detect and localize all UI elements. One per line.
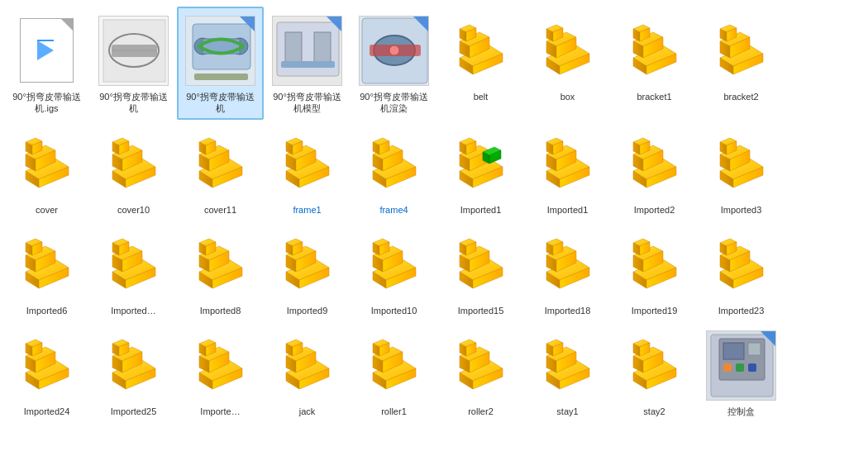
list-item[interactable]: Imported8 — [177, 221, 264, 321]
svg-rect-18 — [281, 61, 335, 68]
list-item[interactable]: Imported… — [90, 221, 177, 321]
list-item[interactable]: cover11 — [177, 120, 264, 221]
file-label: 90°拐弯皮带输送 机.igs — [12, 91, 81, 115]
file-label: Imported19 — [632, 305, 678, 316]
svg-rect-16 — [285, 32, 302, 65]
file-thumbnail — [184, 227, 258, 302]
file-thumbnail — [270, 328, 345, 402]
list-item[interactable]: Imported10 — [351, 221, 437, 321]
svg-marker-308 — [761, 331, 775, 346]
list-item[interactable]: bracket2 — [698, 7, 785, 120]
list-item[interactable]: Imported23 — [698, 221, 785, 321]
list-item[interactable]: Imported19 — [611, 221, 698, 321]
list-item[interactable]: 控制盒 — [698, 321, 785, 422]
file-thumbnail — [618, 13, 692, 88]
list-item[interactable]: roller2 — [437, 321, 524, 422]
list-item[interactable]: belt — [437, 7, 524, 120]
file-thumbnail — [704, 227, 779, 302]
svg-rect-12 — [194, 74, 248, 80]
list-item[interactable]: 90°拐弯皮带输送 机 — [90, 7, 177, 120]
file-thumbnail — [270, 227, 345, 302]
file-label: Imported1 — [460, 204, 502, 216]
file-label: Imported8 — [200, 305, 241, 316]
file-label: Imported24 — [24, 406, 70, 417]
list-item[interactable]: jack — [264, 321, 351, 422]
list-item[interactable]: cover10 — [90, 120, 177, 221]
svg-marker-19 — [327, 17, 341, 31]
svg-marker-13 — [240, 17, 255, 31]
file-label: Imported… — [111, 305, 155, 316]
list-item[interactable]: Imported6 — [3, 221, 90, 321]
list-item[interactable]: 90°拐弯皮带输送 机 — [177, 7, 264, 120]
file-label: Imported6 — [26, 305, 68, 316]
file-thumbnail — [357, 227, 432, 302]
list-item[interactable]: Imported3 — [698, 120, 785, 221]
file-label: Imported9 — [287, 305, 328, 316]
file-thumbnail — [357, 126, 432, 201]
file-label: Imported10 — [371, 305, 417, 316]
file-label: roller1 — [381, 406, 407, 417]
file-thumbnail — [97, 328, 171, 402]
list-item[interactable]: Imported25 — [90, 321, 177, 422]
file-thumbnail — [444, 328, 518, 402]
file-label: frame4 — [379, 204, 408, 216]
file-thumbnail — [10, 126, 84, 201]
list-item[interactable]: bracket1 — [611, 7, 698, 120]
file-thumbnail — [704, 13, 779, 88]
svg-point-24 — [389, 45, 399, 55]
file-thumbnail — [444, 227, 518, 302]
file-thumbnail — [10, 227, 84, 302]
file-label: 控制盒 — [727, 406, 755, 417]
file-label: cover10 — [117, 204, 150, 216]
file-label: 90°拐弯皮带输送 机 — [99, 91, 168, 115]
file-label: Importe… — [200, 406, 240, 417]
file-thumbnail — [618, 227, 692, 302]
list-item[interactable]: Imported15 — [437, 221, 524, 321]
file-label: frame1 — [293, 204, 321, 216]
file-label: jack — [299, 406, 316, 417]
svg-rect-305 — [736, 363, 744, 372]
list-item[interactable]: Imported24 — [3, 321, 90, 422]
list-item[interactable]: 90°拐弯皮带输送 机渲染 — [351, 7, 437, 120]
file-label: 90°拐弯皮带输送 机模型 — [273, 91, 341, 115]
list-item[interactable]: Imported1 — [524, 120, 611, 221]
list-item[interactable]: cover — [3, 120, 90, 221]
list-item[interactable]: 90°拐弯皮带输送 机.igs — [3, 7, 90, 120]
file-label: Imported3 — [721, 204, 762, 216]
file-thumbnail — [97, 126, 171, 201]
svg-marker-25 — [413, 17, 428, 31]
list-item[interactable]: roller1 — [351, 321, 437, 422]
file-thumbnail — [270, 13, 345, 88]
list-item[interactable]: Imported2 — [611, 120, 698, 221]
file-thumbnail — [444, 13, 518, 88]
list-item[interactable]: Imported9 — [264, 221, 351, 321]
list-item[interactable]: Imported18 — [524, 221, 611, 321]
list-item[interactable]: frame1 — [264, 120, 351, 221]
file-thumbnail — [531, 13, 605, 88]
file-grid[interactable]: 90°拐弯皮带输送 机.igs 90°拐弯皮带输送 机 90°拐弯皮带输送 机 … — [0, 0, 868, 456]
file-thumbnail — [357, 328, 432, 402]
list-item[interactable]: Importe… — [177, 321, 264, 422]
file-label: roller2 — [468, 406, 494, 417]
svg-marker-0 — [37, 40, 54, 60]
file-thumbnail — [10, 328, 84, 402]
file-label: 90°拐弯皮带输送 机渲染 — [360, 91, 428, 115]
list-item[interactable]: Imported1 — [437, 120, 524, 221]
file-thumbnail — [97, 13, 171, 88]
file-thumbnail — [704, 328, 779, 402]
svg-rect-306 — [748, 363, 756, 372]
svg-rect-302 — [723, 343, 744, 359]
file-label: cover — [36, 204, 58, 216]
file-label: belt — [474, 91, 489, 102]
list-item[interactable]: stay1 — [524, 321, 611, 422]
list-item[interactable]: box — [524, 7, 611, 120]
list-item[interactable]: stay2 — [611, 321, 698, 422]
list-item[interactable]: 90°拐弯皮带输送 机模型 — [264, 7, 351, 120]
file-label: Imported23 — [718, 305, 765, 316]
file-thumbnail — [531, 227, 605, 302]
list-item[interactable]: frame4 — [351, 120, 437, 221]
file-label: bracket2 — [723, 91, 758, 102]
file-label: Imported2 — [634, 204, 675, 216]
file-label: box — [560, 91, 575, 102]
file-thumbnail — [357, 13, 432, 88]
